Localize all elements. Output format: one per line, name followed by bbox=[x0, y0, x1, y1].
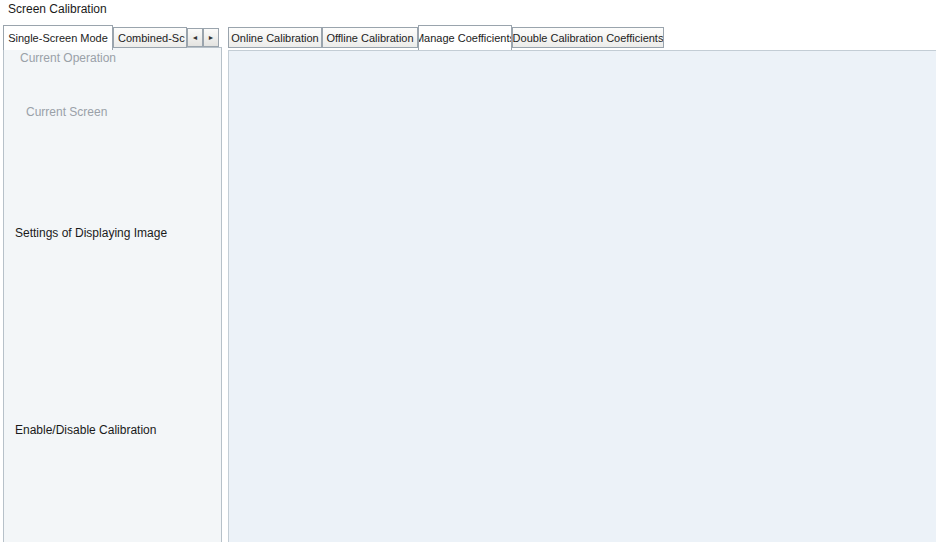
tab-scroll-left-button[interactable]: ◄ bbox=[187, 28, 203, 47]
arrow-left-icon: ◄ bbox=[192, 34, 199, 41]
tab-online-calibration[interactable]: Online Calibration bbox=[228, 27, 322, 48]
manage-coefficients-page bbox=[228, 50, 936, 542]
tab-manage-coefficients[interactable]: Manage Coefficients bbox=[418, 25, 512, 50]
tab-single-screen-mode[interactable]: Single-Screen Mode bbox=[3, 25, 113, 50]
tab-offline-calibration[interactable]: Offline Calibration bbox=[322, 27, 418, 48]
display-settings-title: Settings of Displaying Image bbox=[11, 227, 171, 240]
current-operation-title: Current Operation bbox=[16, 52, 120, 65]
screen-calibration-window: Screen Calibration Single-Screen Mode Co… bbox=[0, 0, 936, 542]
tab-combined-screen-mode[interactable]: Combined-Sc bbox=[113, 27, 187, 48]
current-screen-title: Current Screen bbox=[22, 106, 111, 119]
tab-double-calibration-coefficients[interactable]: Double Calibration Coefficients bbox=[512, 27, 664, 48]
single-screen-mode-page bbox=[3, 47, 222, 542]
arrow-right-icon: ► bbox=[208, 34, 215, 41]
calibration-title: Enable/Disable Calibration bbox=[11, 424, 160, 437]
window-title: Screen Calibration bbox=[8, 2, 107, 16]
tab-scroll-right-button[interactable]: ► bbox=[203, 28, 219, 47]
